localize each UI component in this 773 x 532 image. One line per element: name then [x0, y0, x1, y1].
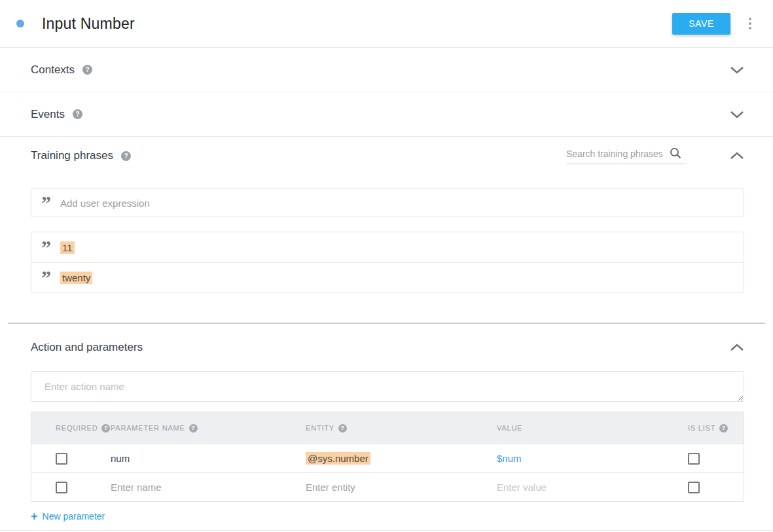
- parameters-table: REQUIRED PARAMETER NAME ENTITY VALUE IS …: [31, 412, 744, 502]
- parameter-name-value[interactable]: num: [111, 453, 130, 464]
- training-phrases-title: Training phrases: [31, 149, 113, 162]
- training-phrase-row[interactable]: 11: [31, 232, 744, 262]
- add-user-expression-input[interactable]: [60, 198, 744, 209]
- entity-help-icon[interactable]: [338, 424, 347, 433]
- col-value-label: VALUE: [497, 424, 522, 432]
- col-required-label: REQUIRED: [56, 424, 98, 432]
- col-is-list-label: IS LIST: [688, 424, 715, 432]
- parameter-row: num @sys.number $num: [31, 444, 744, 472]
- required-checkbox[interactable]: [56, 453, 67, 465]
- more-options-icon[interactable]: [746, 14, 755, 33]
- chevron-down-icon[interactable]: [730, 66, 744, 74]
- action-parameters-title: Action and parameters: [31, 341, 143, 354]
- is-list-help-icon[interactable]: [719, 424, 728, 433]
- chevron-up-icon[interactable]: [730, 152, 744, 160]
- search-training-phrases: [566, 147, 687, 164]
- intent-status-dot: [16, 20, 24, 27]
- events-title: Events: [31, 108, 65, 121]
- quote-icon: [41, 274, 56, 287]
- contexts-help-icon[interactable]: [82, 65, 92, 75]
- action-name-input[interactable]: [31, 371, 744, 402]
- parameter-name-help-icon[interactable]: [189, 424, 198, 433]
- new-parameter-value-input[interactable]: [497, 482, 673, 493]
- search-training-phrases-input[interactable]: [566, 149, 670, 159]
- add-user-expression-box: [31, 188, 744, 217]
- events-section-header[interactable]: Events: [0, 92, 773, 137]
- col-entity-label: ENTITY: [306, 424, 334, 432]
- training-phrases-section-header: Training phrases: [0, 137, 773, 175]
- parameter-entity-value[interactable]: @sys.number: [306, 452, 370, 465]
- training-phrase-row[interactable]: twenty: [31, 262, 744, 293]
- is-list-checkbox[interactable]: [688, 482, 700, 493]
- training-phrases-help-icon[interactable]: [121, 151, 131, 161]
- contexts-section-header[interactable]: Contexts: [0, 48, 773, 92]
- training-phrase-text[interactable]: twenty: [60, 272, 92, 284]
- is-list-checkbox[interactable]: [688, 453, 700, 465]
- contexts-title: Contexts: [31, 63, 75, 77]
- required-help-icon[interactable]: [101, 424, 110, 433]
- chevron-up-icon[interactable]: [730, 344, 744, 351]
- chevron-down-icon[interactable]: [730, 111, 744, 118]
- save-button[interactable]: SAVE: [672, 13, 730, 35]
- parameter-value[interactable]: $num: [497, 453, 522, 464]
- action-section-header: Action and parameters: [0, 324, 773, 362]
- app-header: Input Number SAVE: [0, 0, 773, 48]
- col-parameter-name-label: PARAMETER NAME: [111, 424, 185, 432]
- quote-icon: [41, 244, 56, 257]
- training-phrase-text[interactable]: 11: [60, 241, 75, 254]
- new-parameter-button[interactable]: + New parameter: [31, 511, 105, 522]
- events-help-icon[interactable]: [73, 109, 82, 119]
- required-checkbox[interactable]: [56, 482, 67, 493]
- plus-icon: +: [31, 512, 38, 521]
- new-parameter-name-input[interactable]: [111, 482, 290, 493]
- parameters-table-header: REQUIRED PARAMETER NAME ENTITY VALUE IS …: [31, 412, 744, 444]
- new-parameter-label: New parameter: [43, 511, 105, 522]
- training-phrases-list: 11 twenty: [31, 232, 744, 293]
- page-title: Input Number: [42, 15, 672, 33]
- search-icon[interactable]: [670, 147, 682, 160]
- new-parameter-entity-input[interactable]: [306, 482, 482, 493]
- bottom-divider: [0, 530, 773, 531]
- quote-icon: [41, 200, 56, 212]
- new-parameter-row: [31, 472, 744, 501]
